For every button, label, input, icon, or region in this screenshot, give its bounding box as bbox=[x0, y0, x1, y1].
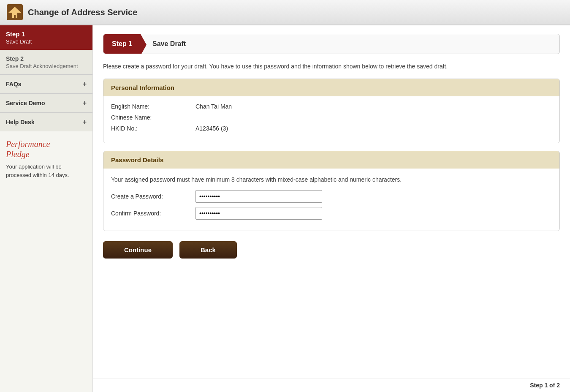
page-header: Change of Address Service bbox=[0, 0, 570, 25]
service-demo-expand-icon: + bbox=[83, 99, 87, 107]
sidebar: Step 1 Save Draft Step 2 Save Draft Ackn… bbox=[0, 25, 93, 392]
sidebar-item-faqs[interactable]: FAQs + bbox=[0, 74, 92, 93]
confirm-password-input[interactable] bbox=[195, 207, 322, 220]
personal-info-section: Personal Information English Name: Chan … bbox=[103, 79, 560, 143]
main-layout: Step 1 Save Draft Step 2 Save Draft Ackn… bbox=[0, 25, 570, 392]
english-name-row: English Name: Chan Tai Man bbox=[111, 103, 552, 110]
step-badge: Step 1 bbox=[103, 34, 141, 54]
confirm-password-label: Confirm Password: bbox=[111, 210, 195, 217]
button-row: Continue Back bbox=[103, 241, 560, 259]
hkid-label: HKID No.: bbox=[111, 125, 195, 132]
password-details-header: Password Details bbox=[103, 151, 559, 169]
sidebar-step1-name: Save Draft bbox=[6, 38, 87, 45]
sidebar-step-1[interactable]: Step 1 Save Draft bbox=[0, 25, 92, 50]
password-instruction: Your assigned password must have minimum… bbox=[111, 175, 552, 184]
help-desk-label: Help Desk bbox=[6, 119, 35, 125]
english-name-value: Chan Tai Man bbox=[195, 103, 232, 110]
create-password-row: Create a Password: bbox=[111, 190, 552, 203]
pledge-text: Your application will be processed withi… bbox=[6, 163, 87, 179]
create-password-input[interactable] bbox=[195, 190, 322, 203]
service-demo-label: Service Demo bbox=[6, 100, 45, 106]
sidebar-item-service-demo[interactable]: Service Demo + bbox=[0, 93, 92, 112]
faqs-label: FAQs bbox=[6, 81, 22, 87]
step-header: Step 1 Save Draft bbox=[103, 34, 560, 54]
faqs-expand-icon: + bbox=[83, 80, 87, 88]
sidebar-step2-label: Step 2 bbox=[6, 55, 87, 62]
chinese-name-label: Chinese Name: bbox=[111, 114, 195, 121]
help-desk-expand-icon: + bbox=[83, 118, 87, 126]
password-details-body: Your assigned password must have minimum… bbox=[103, 169, 559, 231]
sidebar-step2-name: Save Draft Acknowledgement bbox=[6, 63, 87, 69]
svg-rect-3 bbox=[14, 15, 16, 18]
performance-pledge: PerformancePledge Your application will … bbox=[0, 133, 92, 185]
sidebar-item-help-desk[interactable]: Help Desk + bbox=[0, 112, 92, 131]
hkid-row: HKID No.: A123456 (3) bbox=[111, 125, 552, 132]
chinese-name-row: Chinese Name: bbox=[111, 114, 552, 121]
page-footer: Step 1 of 2 bbox=[93, 378, 570, 392]
content-area: Step 1 Save Draft Please create a passwo… bbox=[93, 25, 570, 378]
page-title: Change of Address Service bbox=[28, 8, 137, 17]
sidebar-step1-label: Step 1 bbox=[6, 30, 87, 38]
step-title: Save Draft bbox=[141, 34, 196, 54]
sidebar-step-2[interactable]: Step 2 Save Draft Acknowledgement bbox=[0, 50, 92, 74]
instruction-text: Please create a password for your draft.… bbox=[103, 62, 560, 71]
continue-button[interactable]: Continue bbox=[103, 241, 173, 259]
password-details-section: Password Details Your assigned password … bbox=[103, 151, 560, 231]
confirm-password-row: Confirm Password: bbox=[111, 207, 552, 220]
pledge-title: PerformancePledge bbox=[6, 139, 87, 159]
step-counter: Step 1 of 2 bbox=[530, 382, 560, 389]
personal-info-body: English Name: Chan Tai Man Chinese Name:… bbox=[103, 96, 559, 143]
house-icon bbox=[7, 4, 23, 20]
english-name-label: English Name: bbox=[111, 103, 195, 110]
create-password-label: Create a Password: bbox=[111, 193, 195, 200]
back-button[interactable]: Back bbox=[179, 241, 237, 259]
personal-info-header: Personal Information bbox=[103, 79, 559, 96]
hkid-value: A123456 (3) bbox=[195, 125, 228, 132]
